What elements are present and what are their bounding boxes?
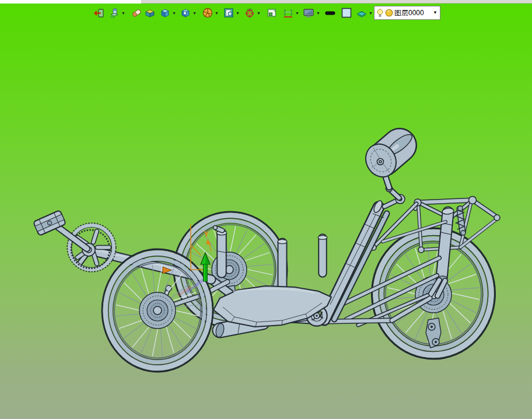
window-select-button[interactable] [266, 6, 278, 20]
seat-posts [278, 236, 327, 295]
cube-icon [159, 7, 171, 19]
window-select-icon [266, 7, 278, 19]
layer-stack-icon [356, 7, 368, 19]
cad-app-window: Y [0, 0, 532, 419]
dropdown-caret[interactable]: ▼ [236, 11, 240, 15]
eraser-button[interactable] [131, 6, 142, 20]
fit-view-icon [282, 7, 294, 19]
layer-stack-button[interactable]: ▼ [356, 6, 373, 20]
exit-button[interactable] [93, 6, 105, 20]
3d-viewport[interactable]: Y [0, 4, 532, 419]
crankset [58, 224, 116, 271]
pan-compass-button[interactable]: ▼ [244, 6, 261, 20]
line-width-button[interactable] [324, 6, 336, 20]
display-mode-icon [302, 7, 315, 19]
cube-face-icon [180, 7, 191, 19]
zoom-region-button[interactable]: ▼ [223, 6, 240, 20]
dropdown-caret[interactable]: ▼ [192, 11, 197, 15]
open-box-button[interactable] [144, 6, 156, 20]
axis-label-y: Y [204, 229, 209, 239]
dropdown-caret[interactable]: ▼ [257, 11, 261, 15]
exit-icon [93, 7, 105, 19]
segment-wheel-button[interactable]: ▼ [202, 6, 219, 20]
pan-compass-icon [244, 7, 256, 19]
zoom-region-icon [223, 7, 235, 19]
layer-combo-value: 图层0000 [394, 8, 424, 18]
line-width-icon [324, 7, 336, 19]
dropdown-caret[interactable]: ▼ [172, 11, 176, 15]
view-toolbar: ▼ [0, 4, 532, 22]
bulb-icon [376, 8, 384, 18]
color-swatch-icon [341, 7, 352, 19]
head-roller [360, 131, 415, 207]
fit-view-button[interactable]: ▼ [282, 6, 299, 20]
layer-combo[interactable]: 图层0000 ▼ [374, 6, 440, 20]
eraser-icon [131, 7, 142, 19]
display-mode-button[interactable]: ▼ [302, 6, 320, 20]
layer-color-ball-icon [385, 9, 393, 17]
cube-display-button[interactable]: ▼ [159, 6, 176, 20]
dropdown-caret[interactable]: ▼ [316, 11, 320, 15]
layer-combo-caret[interactable]: ▼ [433, 11, 438, 15]
dropdown-caret[interactable]: ▼ [369, 11, 373, 15]
segment-wheel-icon [202, 7, 214, 19]
pick-filter-icon [108, 7, 120, 19]
background-color-button[interactable] [341, 6, 352, 20]
dropdown-caret[interactable]: ▼ [215, 11, 219, 15]
dropdown-caret[interactable]: ▼ [295, 11, 299, 15]
cube-face-button[interactable]: ▼ [180, 6, 197, 20]
pick-filter-button[interactable]: ▼ [108, 6, 125, 20]
open-box-icon [144, 7, 156, 19]
dropdown-caret[interactable]: ▼ [121, 11, 125, 15]
recumbent-trike-model[interactable]: Y [0, 4, 532, 419]
